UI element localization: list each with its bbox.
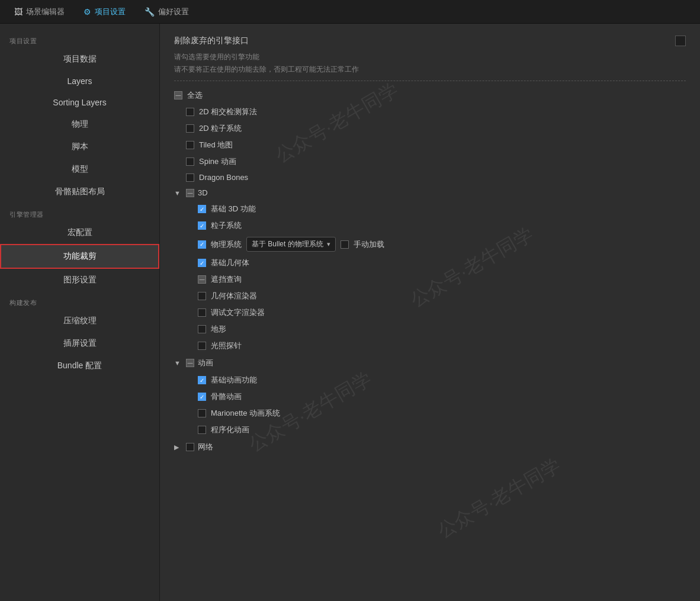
cb-marionette-animation[interactable] xyxy=(198,409,206,417)
hint2: 请不要将正在使用的功能去除，否则工程可能无法正常工作 xyxy=(174,65,686,75)
row-light-probe: 光照探针 xyxy=(174,338,686,354)
cb-basic-3d[interactable] xyxy=(198,205,206,213)
label-animation-group: 动画 xyxy=(198,358,213,368)
label-procedural-animation: 程序化动画 xyxy=(211,425,249,435)
row-geometry-renderer: 几何体渲染器 xyxy=(174,288,686,304)
label-light-probe: 光照探针 xyxy=(211,340,242,351)
cb-particle-system[interactable] xyxy=(198,221,206,230)
row-physics-system: 物理系统 基于 Bullet 的物理系统 手动加载 xyxy=(174,234,686,255)
expand-animation-arrow[interactable] xyxy=(174,359,182,367)
physics-dropdown-value: 基于 Bullet 的物理系统 xyxy=(252,239,323,249)
project-settings-icon: ⚙ xyxy=(84,7,91,17)
header-checkbox[interactable] xyxy=(675,36,686,46)
scene-editor-icon: 🖼 xyxy=(14,7,23,17)
cb-tiled-map[interactable] xyxy=(186,141,194,149)
label-physics-system: 物理系统 xyxy=(211,239,242,250)
watermark-4: 公众号·老牛同学 xyxy=(433,453,566,545)
label-spine-anim: Spine 动画 xyxy=(199,156,236,167)
sidebar-item-sorting-layers[interactable]: Sorting Layers xyxy=(0,92,159,113)
label-tiled-map: Tiled 地图 xyxy=(199,140,233,150)
cb-dragon-bones[interactable] xyxy=(186,173,194,182)
row-dragon-bones: Dragon Bones xyxy=(174,170,686,185)
label-geometry-renderer: 几何体渲染器 xyxy=(211,291,257,301)
content-header: 剔除废弃的引擎接口 xyxy=(174,36,686,46)
cb-procedural-animation[interactable] xyxy=(198,426,206,434)
sidebar-section-build: 构建发布 xyxy=(0,291,159,310)
row-basic-animation: 基础动画功能 xyxy=(174,372,686,388)
cb-manual-load[interactable] xyxy=(341,240,349,249)
sidebar-item-compress-texture[interactable]: 压缩纹理 xyxy=(0,310,159,332)
sidebar-item-macro-config[interactable]: 宏配置 xyxy=(0,221,159,244)
cb-network-group[interactable] xyxy=(186,443,194,451)
cb-basic-animation[interactable] xyxy=(198,376,206,384)
row-2d-particle: 2D 粒子系统 xyxy=(174,120,686,137)
cb-geometry-renderer[interactable] xyxy=(198,292,206,300)
sidebar-section-engine: 引擎管理器 xyxy=(0,203,159,221)
cb-2d-collision[interactable] xyxy=(186,108,194,116)
sidebar-item-feature-crop[interactable]: 功能裁剪 xyxy=(0,244,159,269)
row-tiled-map: Tiled 地图 xyxy=(174,137,686,153)
label-debug-text-renderer: 调试文字渲染器 xyxy=(211,307,265,318)
sidebar-item-model[interactable]: 模型 xyxy=(0,158,159,181)
select-all-checkbox[interactable] xyxy=(174,91,182,99)
header-title: 剔除废弃的引擎接口 xyxy=(174,36,249,46)
row-2d-collision: 2D 相交检测算法 xyxy=(174,104,686,120)
cb-skeleton-animation[interactable] xyxy=(198,393,206,401)
section-network-header: 网络 xyxy=(174,438,686,456)
row-procedural-animation: 程序化动画 xyxy=(174,422,686,438)
label-3d-group: 3D xyxy=(198,188,208,197)
tab-project-settings[interactable]: ⚙ 项目设置 xyxy=(75,3,134,21)
divider-top xyxy=(174,81,686,81)
row-spine-anim: Spine 动画 xyxy=(174,153,686,170)
row-terrain: 地形 xyxy=(174,321,686,338)
cb-terrain[interactable] xyxy=(198,325,206,333)
row-basic-geometry: 基础几何体 xyxy=(174,255,686,271)
hint1: 请勾选需要使用的引擎功能 xyxy=(174,52,686,62)
sidebar-section-project: 项目设置 xyxy=(0,30,159,48)
tab-preferences[interactable]: 🔧 偏好设置 xyxy=(136,3,197,21)
label-basic-animation: 基础动画功能 xyxy=(211,375,257,385)
expand-3d-arrow[interactable] xyxy=(174,189,182,197)
label-basic-geometry: 基础几何体 xyxy=(211,258,249,268)
sidebar-item-splash-settings[interactable]: 插屏设置 xyxy=(0,332,159,355)
label-2d-particle: 2D 粒子系统 xyxy=(199,123,242,134)
label-occlusion-query: 遮挡查询 xyxy=(211,274,242,285)
label-dragon-bones: Dragon Bones xyxy=(199,173,248,182)
sidebar-item-skeleton-atlas[interactable]: 骨骼贴图布局 xyxy=(0,181,159,203)
cb-light-probe[interactable] xyxy=(198,342,206,350)
label-2d-collision: 2D 相交检测算法 xyxy=(199,107,257,117)
label-manual-load: 手动加载 xyxy=(354,239,384,250)
cb-animation-group[interactable] xyxy=(186,359,194,367)
cb-debug-text-renderer[interactable] xyxy=(198,308,206,317)
row-skeleton-animation: 骨骼动画 xyxy=(174,388,686,405)
content-area: 公众号·老牛同学 公众号·老牛同学 公众号·老牛同学 公众号·老牛同学 剔除废弃… xyxy=(160,24,700,601)
sidebar-item-graphics-settings[interactable]: 图形设置 xyxy=(0,269,159,291)
sidebar-item-bundle-config[interactable]: Bundle 配置 xyxy=(0,355,159,377)
cb-3d-group[interactable] xyxy=(186,189,194,197)
section-animation-header: 动画 xyxy=(174,354,686,372)
tab-scene-editor[interactable]: 🖼 场景编辑器 xyxy=(6,3,73,21)
topbar: 🖼 场景编辑器 ⚙ 项目设置 🔧 偏好设置 xyxy=(0,0,700,24)
cb-basic-geometry[interactable] xyxy=(198,259,206,267)
sidebar-item-layers[interactable]: Layers xyxy=(0,70,159,92)
cb-2d-particle[interactable] xyxy=(186,124,194,133)
sidebar-item-physics[interactable]: 物理 xyxy=(0,113,159,136)
cb-spine-anim[interactable] xyxy=(186,158,194,166)
sidebar: 项目设置 项目数据 Layers Sorting Layers 物理 脚本 模型… xyxy=(0,24,160,601)
cb-occlusion-query[interactable] xyxy=(198,275,206,284)
label-basic-3d: 基础 3D 功能 xyxy=(211,204,256,214)
physics-dropdown[interactable]: 基于 Bullet 的物理系统 xyxy=(246,237,336,252)
label-marionette-animation: Marionette 动画系统 xyxy=(211,408,280,419)
row-particle-system: 粒子系统 xyxy=(174,217,686,234)
row-debug-text-renderer: 调试文字渲染器 xyxy=(174,304,686,321)
cb-physics-system[interactable] xyxy=(198,240,206,249)
expand-network-arrow[interactable] xyxy=(174,443,182,451)
sidebar-item-project-data[interactable]: 项目数据 xyxy=(0,48,159,70)
main-layout: 项目设置 项目数据 Layers Sorting Layers 物理 脚本 模型… xyxy=(0,24,700,601)
select-all-row: 全选 xyxy=(174,87,686,104)
label-terrain: 地形 xyxy=(211,324,226,335)
row-basic-3d: 基础 3D 功能 xyxy=(174,201,686,217)
sidebar-item-script[interactable]: 脚本 xyxy=(0,136,159,158)
label-skeleton-animation: 骨骼动画 xyxy=(211,391,242,402)
row-occlusion-query: 遮挡查询 xyxy=(174,271,686,288)
